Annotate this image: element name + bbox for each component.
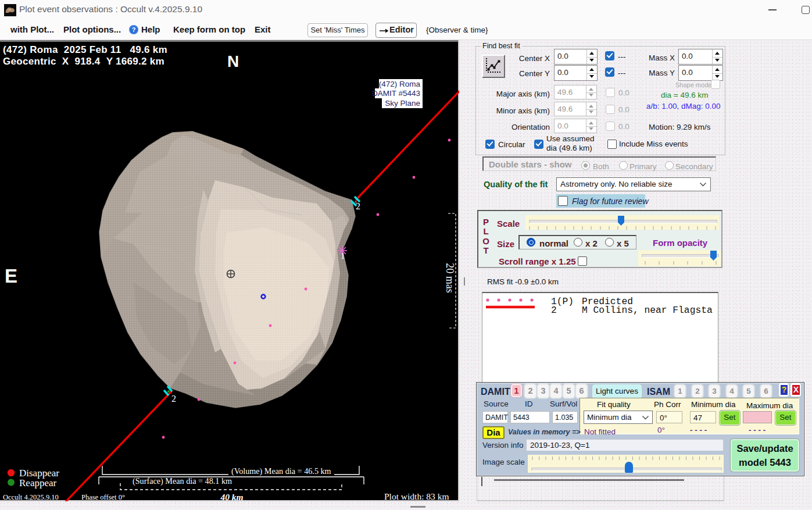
svg-text:DAMIT #5443: DAMIT #5443 (372, 89, 420, 98)
svg-text:Geocentric X 918.4 Y 1669.2: Geocentric X 918.4 Y 1669.2 km (3, 56, 164, 67)
svg-text:Occult 4.2025.9.10: Occult 4.2025.9.10 (3, 493, 59, 501)
svg-text:(472) Roma 2025 Feb 11 49.6: (472) Roma 2025 Feb 11 49.6 km (3, 44, 167, 55)
svg-text:40 km: 40 km (220, 492, 243, 501)
svg-text:2: 2 (356, 201, 360, 211)
svg-text:2: 2 (551, 305, 557, 316)
svg-text:(472) Roma: (472) Roma (379, 80, 421, 88)
svg-text:Sky Plane: Sky Plane (385, 99, 420, 108)
svg-text:M Collins, near Flagsta: M Collins, near Flagsta (582, 305, 713, 316)
svg-text:E: E (5, 265, 17, 287)
svg-text:Reappear: Reappear (19, 477, 57, 488)
svg-text:(Surface) Mean dia = 48.1 km: (Surface) Mean dia = 48.1 km (133, 476, 232, 486)
svg-text:Plot width: 83 km: Plot width: 83 km (384, 491, 449, 501)
svg-text:20 mas: 20 mas (444, 263, 456, 293)
svg-text:(Volume) Mean dia = 46.5 km: (Volume) Mean dia = 46.5 km (231, 466, 331, 476)
svg-text:1: 1 (341, 251, 345, 261)
svg-text:Phase offset 0°: Phase offset 0° (81, 493, 125, 501)
svg-text:N: N (227, 52, 239, 70)
svg-text:?: ? (132, 26, 136, 33)
svg-text:2: 2 (171, 394, 176, 404)
